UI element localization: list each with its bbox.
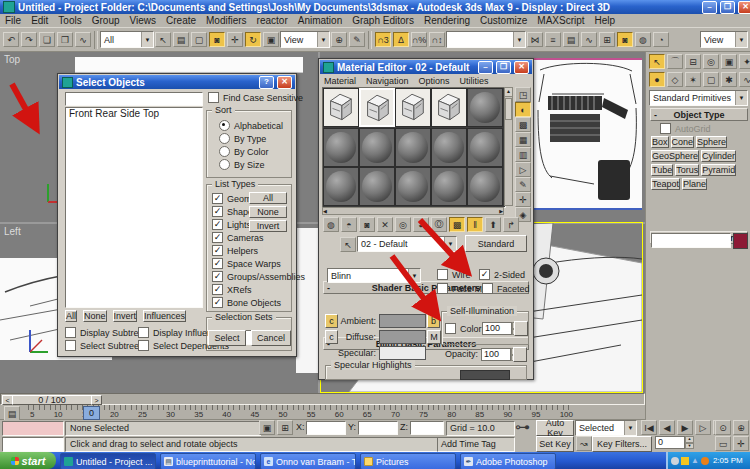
object-type-button[interactable]: Cone — [671, 136, 695, 148]
menu-item[interactable]: Create — [161, 15, 201, 26]
material-editor-menu-item[interactable]: Utilities — [455, 76, 494, 86]
taskbar-task-pictures[interactable]: Pictures — [360, 453, 456, 469]
close-icon[interactable]: ✕ — [277, 76, 292, 89]
wire-checkbox[interactable]: Wire — [437, 268, 471, 281]
tab-motion-icon[interactable]: ◎ — [703, 54, 719, 69]
set-key-button[interactable]: Set Key — [536, 436, 574, 452]
spacewarps-category-icon[interactable]: ∿ — [739, 72, 750, 87]
y-coordinate-field[interactable] — [358, 421, 398, 435]
radio-icon[interactable] — [219, 133, 230, 144]
object-type-button[interactable]: Pyramid — [701, 164, 736, 176]
checkbox-icon[interactable] — [65, 327, 76, 338]
menu-item[interactable]: Tools — [53, 15, 86, 26]
list-action-button[interactable]: Invert — [113, 310, 138, 322]
bind-to-spacewarp-icon[interactable]: ∿ — [75, 32, 91, 47]
selection-lock-icon[interactable]: ▣ — [259, 420, 275, 435]
select-manipulate-icon[interactable]: ✎ — [349, 32, 365, 47]
redo-icon[interactable]: ↷ — [21, 32, 37, 47]
object-type-button[interactable]: Plane — [682, 178, 707, 190]
pick-material-from-object-icon[interactable]: ↖ — [340, 237, 356, 252]
mirror-icon[interactable]: ⋈ — [527, 32, 543, 47]
material-sample-slot[interactable] — [467, 167, 503, 206]
material-sample-slot[interactable] — [467, 128, 503, 167]
quick-render-icon[interactable]: ◔ — [653, 32, 669, 47]
radio-icon[interactable] — [219, 120, 230, 131]
checkbox-icon[interactable] — [437, 283, 448, 294]
prev-frame-icon[interactable]: ◀ — [659, 420, 675, 435]
go-forward-to-sibling-icon[interactable]: ↱ — [503, 217, 519, 232]
material-options-icon[interactable]: ✎ — [515, 177, 531, 192]
scrollbar-thumb[interactable] — [505, 98, 512, 120]
checkbox-icon[interactable]: ✓ — [212, 232, 223, 243]
checkbox-icon[interactable] — [437, 269, 448, 280]
object-color-swatch[interactable] — [733, 233, 748, 249]
object-list-item[interactable]: Rear — [92, 108, 117, 119]
self-illum-map-button[interactable] — [514, 321, 528, 336]
chevron-down-icon[interactable]: ▼ — [513, 32, 525, 47]
tray-icon-4[interactable] — [701, 457, 709, 465]
checkbox-icon[interactable]: ✓ — [212, 284, 223, 295]
list-action-button[interactable]: Influences — [143, 310, 186, 322]
select-object-icon[interactable]: ↖ — [155, 32, 171, 47]
checkbox-row[interactable]: Select Subtree — [65, 339, 144, 352]
cameras-category-icon[interactable]: ▢ — [703, 72, 719, 87]
material-sample-slot[interactable] — [395, 128, 431, 167]
maxscript-mini-listener-pink[interactable] — [2, 421, 64, 436]
ambient-map-lock-icon[interactable]: b — [427, 314, 440, 328]
reset-map-icon[interactable]: ✕ — [377, 217, 393, 232]
menu-item[interactable]: Graph Editors — [347, 15, 419, 26]
specular-color-swatch[interactable] — [379, 346, 426, 360]
material-sample-slot[interactable] — [431, 128, 467, 167]
list-action-button[interactable]: All — [65, 310, 77, 322]
undo-icon[interactable]: ↶ — [3, 32, 19, 47]
checkbox-row[interactable]: ✓Helpers — [212, 244, 291, 257]
reference-coordinate-dropdown[interactable]: View▼ — [280, 31, 330, 48]
maximize-button[interactable]: ❒ — [720, 1, 735, 14]
material-editor-menu-item[interactable]: Options — [414, 76, 455, 86]
put-to-library-icon[interactable]: ◒ — [413, 217, 429, 232]
material-sample-slot[interactable] — [323, 167, 359, 206]
select-and-scale-icon[interactable]: ▣ — [263, 32, 279, 47]
auto-key-button[interactable]: Auto Key — [536, 420, 574, 436]
time-slider-handle[interactable]: 0 / 100 — [12, 395, 92, 405]
show-map-in-viewport-icon[interactable]: ▩ — [449, 217, 465, 232]
checkbox-icon[interactable] — [482, 283, 493, 294]
close-icon[interactable]: ✕ — [514, 61, 529, 74]
checkbox-icon[interactable] — [138, 340, 149, 351]
material-sample-slot[interactable] — [395, 167, 431, 206]
material-sample-slot[interactable] — [431, 88, 467, 127]
make-material-copy-icon[interactable]: ◎ — [395, 217, 411, 232]
object-type-rollout[interactable]: -Object Type — [650, 108, 748, 121]
viewport-label-top[interactable]: Top — [4, 54, 20, 65]
object-list-item[interactable]: Side — [117, 108, 140, 119]
checkbox-icon[interactable]: ✓ — [212, 297, 223, 308]
ambient-diffuse-lock-icon[interactable]: c — [325, 314, 338, 328]
title-bar[interactable]: Untitled - Project Folder: C:\Documents … — [0, 0, 750, 14]
assign-material-to-selection-icon[interactable]: ◙ — [359, 217, 375, 232]
geometry-category-icon[interactable]: ● — [649, 72, 665, 87]
material-sample-slot[interactable] — [323, 88, 359, 127]
menu-item[interactable]: MAXScript — [532, 15, 589, 26]
selection-filter-dropdown[interactable]: All▼ — [100, 31, 154, 48]
material-sample-slot[interactable] — [359, 88, 395, 127]
two-sided-checkbox[interactable]: ✓2-Sided — [479, 268, 525, 281]
checkbox-icon[interactable]: ✓ — [479, 269, 490, 280]
scroll-right-icon[interactable]: ▶ — [499, 208, 503, 214]
current-frame-spinner[interactable]: 0 ▲▼ — [655, 436, 694, 449]
pan-icon[interactable]: ✛ — [733, 436, 749, 451]
material-editor-icon[interactable]: ◙ — [617, 32, 633, 47]
tab-utilities-icon[interactable]: ✦ — [739, 54, 750, 69]
primitives-category-dropdown[interactable]: Standard Primitives▼ — [649, 90, 748, 106]
material-sample-slot[interactable] — [323, 128, 359, 167]
scroll-left-icon[interactable]: ◀ — [323, 208, 327, 214]
lights-category-icon[interactable]: ✶ — [685, 72, 701, 87]
object-type-button[interactable]: GeoSphere — [651, 150, 699, 162]
sample-uv-tiling-icon[interactable]: ▦ — [515, 132, 531, 147]
menu-item[interactable]: reactor — [252, 15, 293, 26]
maxscript-mini-listener-white[interactable] — [2, 437, 64, 452]
menu-item[interactable]: Edit — [26, 15, 53, 26]
list-action-button[interactable]: None — [83, 310, 107, 322]
radio-row[interactable]: By Color — [219, 145, 291, 158]
select-button[interactable]: Select — [208, 330, 246, 346]
material-sample-slot[interactable] — [359, 128, 395, 167]
